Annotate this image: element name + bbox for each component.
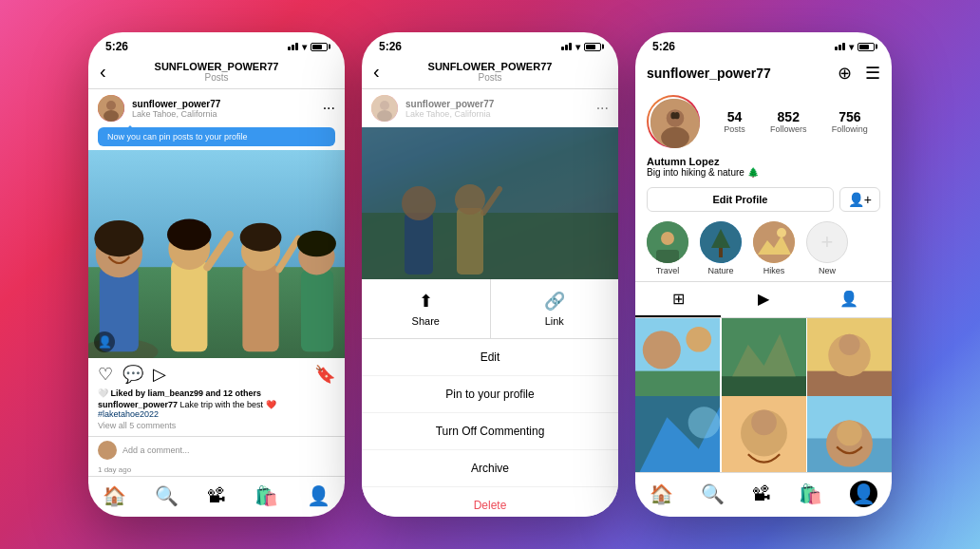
- svg-point-2: [104, 110, 119, 122]
- grid-cell-1[interactable]: [635, 318, 720, 403]
- following-label: Following: [832, 124, 868, 134]
- nav-search[interactable]: 🔍: [155, 484, 179, 507]
- more-options-2: ···: [596, 100, 609, 117]
- save-button[interactable]: 🔖: [314, 364, 335, 385]
- profile-stats-row: 54 Posts 852 Followers 756 Following: [635, 89, 892, 154]
- posts-stat[interactable]: 54 Posts: [724, 109, 745, 134]
- post-username[interactable]: sunflower_power77: [132, 99, 315, 109]
- svg-rect-19: [301, 270, 333, 351]
- svg-point-34: [661, 127, 689, 148]
- hashtag[interactable]: #laketahoe2022: [98, 409, 159, 419]
- grid-cell-4[interactable]: [635, 396, 720, 472]
- status-icons-2: ▾: [561, 42, 601, 52]
- profile-action-icons: ⊕ ☰: [838, 63, 880, 84]
- profile-avatar[interactable]: [647, 95, 700, 148]
- svg-rect-39: [656, 250, 679, 263]
- status-bar-1: 5:26 ▾: [88, 32, 345, 57]
- following-stat[interactable]: 756 Following: [832, 109, 868, 134]
- nav-search-3[interactable]: 🔍: [701, 483, 725, 505]
- svg-point-33: [667, 109, 685, 127]
- svg-point-46: [686, 327, 711, 352]
- commenter-avatar: [98, 441, 117, 460]
- commenting-action[interactable]: Turn Off Commenting: [362, 413, 618, 450]
- svg-rect-26: [362, 213, 618, 279]
- back-button-2[interactable]: ‹: [373, 61, 380, 83]
- post-avatar[interactable]: [98, 95, 124, 122]
- more-options-button[interactable]: ···: [323, 100, 335, 117]
- like-button[interactable]: ♡: [98, 364, 113, 385]
- post-location: Lake Tahoe, California: [132, 109, 315, 119]
- grid-cell-2[interactable]: [722, 318, 806, 403]
- svg-rect-41: [719, 248, 723, 257]
- phone-1-post-view: 5:26 ▾ ‹ SUNFLOWER_POWER77 Posts sunflow…: [88, 32, 345, 517]
- add-post-button[interactable]: ⊕: [838, 63, 852, 84]
- share-icon: ⬆: [419, 291, 433, 312]
- nav-profile[interactable]: 👤: [307, 484, 330, 507]
- nav-home-3[interactable]: 🏠: [650, 483, 673, 505]
- bottom-nav-1: 🏠 🔍 📽 🛍️ 👤: [88, 476, 345, 517]
- highlight-label-hikes: Hikes: [753, 266, 795, 275]
- svg-point-62: [837, 420, 862, 445]
- svg-point-58: [751, 409, 777, 435]
- pin-action[interactable]: Pin to your profile: [362, 376, 618, 413]
- highlight-travel[interactable]: Travel: [647, 221, 688, 275]
- comment-button[interactable]: 💬: [122, 364, 143, 385]
- tab-video[interactable]: ▶: [721, 282, 806, 317]
- pin-tooltip: Now you can pin posts to your profile: [98, 127, 335, 146]
- archive-action[interactable]: Archive: [362, 450, 618, 487]
- tab-tagged[interactable]: 👤: [806, 282, 892, 317]
- grid-cell-5[interactable]: [722, 396, 806, 472]
- nav-shop-3[interactable]: 🛍️: [799, 483, 822, 505]
- caption: sunflower_power77 Lake trip with the bes…: [98, 400, 335, 419]
- caption-username[interactable]: sunflower_power77: [98, 400, 178, 409]
- status-icons-3: ▾: [835, 42, 875, 52]
- battery-icon-2: [584, 43, 601, 51]
- nav-reels-3[interactable]: 📽: [752, 483, 771, 505]
- edit-profile-button[interactable]: Edit Profile: [647, 187, 834, 212]
- highlights-row: Travel Nature Hikes: [635, 216, 892, 281]
- svg-rect-29: [457, 208, 483, 274]
- status-time-3: 5:26: [652, 40, 675, 53]
- share-button[interactable]: ▷: [153, 364, 166, 385]
- svg-point-47: [643, 331, 681, 369]
- highlight-label-travel: Travel: [647, 266, 688, 275]
- nav-reels[interactable]: 📽: [207, 485, 226, 507]
- view-comments[interactable]: View all 5 comments: [98, 421, 335, 430]
- post-user-row-2: sunflower_power77 Lake Tahoe, California…: [362, 89, 618, 127]
- svg-point-38: [661, 232, 674, 245]
- action-sheet: ⬆ Share 🔗 Link Edit Pin to your profile …: [362, 279, 618, 517]
- nav-profile-3[interactable]: 👤: [850, 481, 877, 507]
- highlight-new[interactable]: + New: [806, 221, 848, 275]
- highlight-hikes[interactable]: Hikes: [753, 221, 795, 275]
- nav-shop[interactable]: 🛍️: [254, 484, 278, 507]
- post-username-2: sunflower_power77: [405, 99, 589, 109]
- highlight-circle-nature: [700, 221, 742, 263]
- status-time-1: 5:26: [105, 40, 128, 53]
- menu-button[interactable]: ☰: [865, 63, 880, 84]
- add-highlight-icon: +: [821, 230, 834, 255]
- edit-action[interactable]: Edit: [362, 339, 618, 376]
- delete-action[interactable]: Delete: [362, 487, 618, 517]
- highlight-nature[interactable]: Nature: [700, 221, 742, 275]
- share-label: Share: [412, 315, 440, 327]
- profile-avatar-image: [649, 97, 698, 146]
- profile-username: sunflower_power77: [647, 66, 771, 81]
- grid-cell-3[interactable]: [807, 318, 892, 403]
- grid-cell-6[interactable]: [807, 396, 892, 472]
- back-button-1[interactable]: ‹: [100, 61, 106, 83]
- followers-stat[interactable]: 852 Followers: [770, 109, 807, 134]
- status-icons-1: ▾: [288, 42, 328, 52]
- tab-grid[interactable]: ⊞: [635, 282, 721, 317]
- svg-point-24: [377, 110, 392, 122]
- post-header-1: ‹ SUNFLOWER_POWER77 Posts: [88, 57, 345, 89]
- svg-rect-42: [753, 221, 795, 263]
- battery-icon-3: [858, 43, 875, 51]
- svg-point-21: [297, 231, 336, 256]
- share-button-sheet[interactable]: ⬆ Share: [362, 279, 491, 338]
- post-image: 👤: [88, 150, 345, 358]
- signal-icon-2: [561, 43, 572, 50]
- nav-home[interactable]: 🏠: [103, 484, 126, 507]
- link-button-sheet[interactable]: 🔗 Link: [491, 279, 619, 338]
- add-person-button[interactable]: 👤+: [839, 187, 880, 212]
- comment-placeholder[interactable]: Add a comment...: [122, 445, 190, 455]
